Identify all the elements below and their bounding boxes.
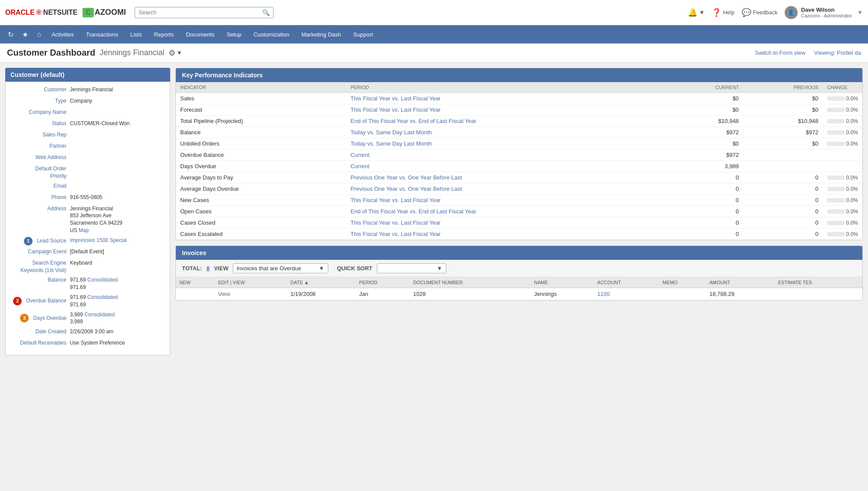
change-bar (827, 209, 845, 214)
map-link[interactable]: Map (79, 227, 89, 233)
kpi-period-link-end[interactable]: Last Fiscal Year (401, 106, 441, 113)
change-pct: 0.0% (846, 129, 858, 136)
kpi-period-link-start[interactable]: Current (350, 163, 369, 169)
view-select-arrow-icon: ▼ (319, 265, 324, 272)
kpi-period-link-start[interactable]: End of This Fiscal Year (350, 208, 408, 215)
days-overdue-consolidated-link[interactable]: Consolidated (84, 312, 115, 318)
customize-icon[interactable]: ⚙ (168, 48, 175, 58)
notifications-button[interactable]: 🔔 ▼ (688, 8, 705, 17)
kpi-current: $0 (667, 138, 743, 149)
search-input[interactable] (139, 9, 262, 16)
default-order-priority-label: Default OrderPriority (9, 165, 70, 180)
quick-sort-select[interactable]: ▼ (377, 263, 446, 273)
kpi-period-link-end[interactable]: Last Fiscal Year (401, 197, 441, 203)
balance-consolidated-link[interactable]: Consolidated (87, 277, 118, 283)
field-sales-rep: Sales Rep (9, 131, 166, 140)
kpi-period-link-start[interactable]: Today (350, 129, 366, 136)
type-value: Company (70, 97, 166, 106)
customer-panel-header: Customer (default) (5, 68, 170, 82)
nav-reports[interactable]: Reports (148, 25, 180, 43)
kpi-change (823, 149, 862, 161)
kpi-period-link-end[interactable]: Last Fiscal Year (436, 118, 476, 124)
search-engine-keywords-value: Keyboard (70, 259, 166, 274)
change-pct: 0.0% (846, 118, 858, 124)
kpi-period-link-end[interactable]: Last Fiscal Year (401, 219, 441, 226)
company-name-label: Company Name (9, 109, 70, 117)
kpi-period-link-start[interactable]: Current (350, 152, 369, 158)
kpi-period-link-end[interactable]: Last Fiscal Year (436, 208, 476, 215)
kpi-period-link-end[interactable]: Same Day Last Month (376, 140, 432, 147)
switch-to-form-view-link[interactable]: Switch to Form view (755, 50, 805, 56)
kpi-previous: $972 (743, 127, 822, 138)
nav-support[interactable]: Support (347, 25, 379, 43)
invoice-account-link[interactable]: 1100 (597, 291, 610, 297)
field-default-receivables: Default Receivables Use System Preferenc… (9, 339, 166, 348)
home-icon[interactable]: ⌂ (33, 30, 46, 38)
kpi-indicator: Unbilled Orders (176, 138, 346, 149)
kpi-period-link-end[interactable]: One Year Before Last (408, 186, 462, 192)
default-receivables-value: Use System Preference (70, 339, 166, 348)
search-icon[interactable]: 🔍 (262, 9, 270, 16)
oracle-text: ORACLE (5, 9, 35, 17)
invoice-view-link[interactable]: View (218, 291, 230, 297)
lead-source-link[interactable]: Impressivo 1500 Special (70, 237, 127, 243)
kpi-period-link-start[interactable]: End of This Fiscal Year (350, 118, 408, 124)
company-name-value (70, 109, 166, 117)
nav-activities[interactable]: Activities (46, 25, 80, 43)
favorites-icon[interactable]: ★ (18, 30, 33, 39)
invoices-col-name: NAME (531, 277, 594, 288)
nav-lists[interactable]: Lists (124, 25, 148, 43)
status-label: Status (9, 120, 70, 129)
total-label: TOTAL: (182, 265, 202, 272)
kpi-row: Open CasesEnd of This Fiscal Year vs. En… (176, 206, 862, 217)
kpi-period-link-end[interactable]: Last Fiscal Year (401, 95, 441, 102)
user-name: Dave Wilson (801, 7, 852, 13)
header-actions: 🔔 ▼ ❓ Help 💬 Feedback 👤 Dave Wilson Cazo… (688, 6, 863, 19)
nav-customization[interactable]: Customization (248, 25, 295, 43)
nav-transactions[interactable]: Transactions (80, 25, 124, 43)
history-icon[interactable]: ↻ (3, 30, 18, 39)
kpi-period-link-start[interactable]: Today (350, 140, 366, 147)
nav-documents[interactable]: Documents (180, 25, 221, 43)
kpi-indicator: Cases Escalated (176, 229, 346, 240)
kpi-period-link-start[interactable]: This Fiscal Year (350, 106, 390, 113)
kpi-period-link-start[interactable]: This Fiscal Year (350, 95, 390, 102)
days-overdue-badge: 3 (20, 314, 29, 322)
help-icon: ❓ (712, 8, 721, 17)
viewing-portlet-link[interactable]: Viewing: Portlet da (814, 50, 861, 56)
kpi-current: $972 (667, 149, 743, 161)
nav-marketing-dash[interactable]: Marketing Dash (295, 25, 347, 43)
date-created-value: 2/26/2008 3:00 am (70, 328, 166, 337)
kpi-change: 0.0% (823, 138, 862, 149)
overdue-balance-consolidated-link[interactable]: Consolidated (87, 294, 118, 300)
kpi-period-link-start[interactable]: This Fiscal Year (350, 219, 390, 226)
invoices-col-new: NEW (176, 277, 215, 288)
help-button[interactable]: ❓ Help (712, 8, 735, 17)
search-engine-keywords-label: Search EngineKeywords (1st Visit) (9, 259, 70, 274)
kpi-period: Previous One Year vs. One Year Before La… (346, 172, 667, 183)
total-value-link[interactable]: 8 (206, 265, 209, 272)
kpi-period-link-start[interactable]: This Fiscal Year (350, 231, 390, 237)
feedback-button[interactable]: 💬 Feedback (742, 8, 778, 17)
kpi-period-link-start[interactable]: Previous One Year (350, 186, 397, 192)
search-bar[interactable]: 🔍 (135, 7, 274, 18)
bell-icon: 🔔 (688, 8, 697, 17)
left-panel: Customer (default) Customer Jennings Fin… (5, 68, 170, 355)
nav-setup[interactable]: Setup (221, 25, 248, 43)
kpi-row: Average Days OverduePrevious One Year vs… (176, 183, 862, 195)
invoice-amount: 18,788.29 (706, 288, 775, 300)
invoices-col-date: DATE ▲ (287, 277, 356, 288)
kpi-current: 0 (667, 229, 743, 240)
kpi-period-link-end[interactable]: Same Day Last Month (376, 129, 432, 136)
phone-value: 916-555-0805 (70, 194, 166, 202)
view-select[interactable]: Invoices that are Overdue ▼ (233, 263, 328, 273)
kpi-period-link-end[interactable]: Last Fiscal Year (401, 231, 441, 237)
kpi-period-link-start[interactable]: This Fiscal Year (350, 197, 390, 203)
user-menu[interactable]: 👤 Dave Wilson Cazoomi - Administrator ▼ (785, 6, 863, 19)
address-value: Jennings Financial 853 Jefferson Ave Sac… (70, 205, 166, 234)
kpi-period-link-end[interactable]: One Year Before Last (408, 174, 462, 181)
customize-arrow[interactable]: ▼ (176, 50, 182, 56)
kpi-period-link-start[interactable]: Previous One Year (350, 174, 397, 181)
kpi-change: 0.0% (823, 195, 862, 206)
change-bar (827, 221, 845, 225)
